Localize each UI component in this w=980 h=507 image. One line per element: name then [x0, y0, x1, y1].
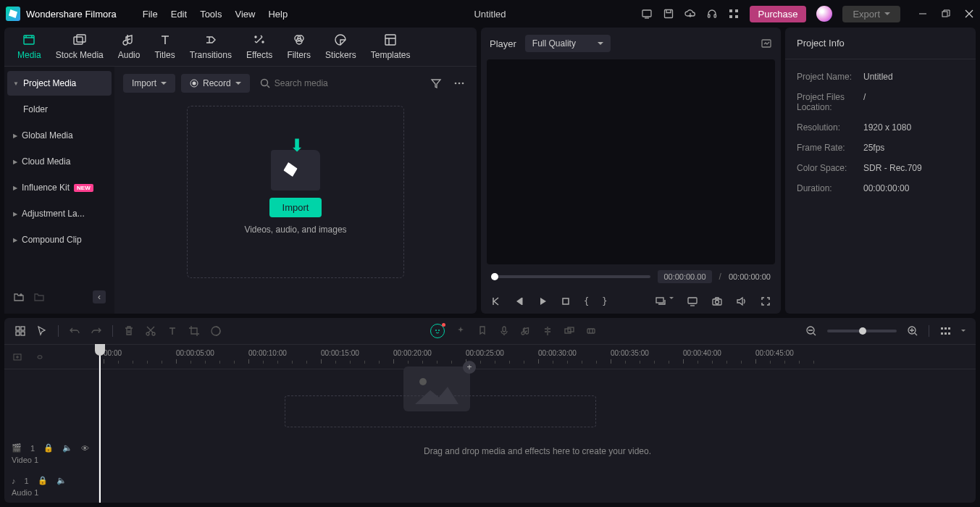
device-icon[interactable]	[641, 8, 653, 20]
close-icon[interactable]	[964, 9, 974, 19]
export-button[interactable]: Export	[842, 6, 900, 22]
marker-icon[interactable]	[477, 325, 488, 337]
timeline-drop-zone[interactable]	[285, 395, 596, 427]
import-button[interactable]: Import	[269, 198, 322, 217]
tab-titles[interactable]: Titles	[148, 30, 180, 66]
new-folder-icon[interactable]	[33, 291, 45, 303]
play-icon[interactable]	[537, 296, 548, 306]
stop-icon[interactable]	[561, 296, 571, 306]
snapshot-settings-icon[interactable]	[761, 38, 772, 49]
add-media-icon[interactable]: +	[463, 361, 476, 374]
align-icon[interactable]	[542, 325, 553, 337]
seek-thumb[interactable]	[491, 273, 498, 280]
playhead[interactable]	[99, 345, 101, 503]
zoom-out-icon[interactable]	[805, 325, 817, 337]
link-icon[interactable]	[33, 351, 45, 363]
layout-icon[interactable]	[14, 325, 26, 337]
info-value: 1920 x 1080	[863, 122, 911, 133]
minimize-icon[interactable]	[918, 9, 928, 19]
color-icon[interactable]	[210, 325, 222, 337]
video-track-header[interactable]: 🎬1 🔒 🔈 👁 Video 1	[4, 437, 99, 470]
purchase-button[interactable]: Purchase	[750, 6, 807, 22]
tab-transitions[interactable]: Transitions	[184, 30, 238, 66]
zoom-in-icon[interactable]	[907, 325, 918, 337]
cursor-icon[interactable]	[36, 325, 48, 337]
add-folder-icon[interactable]	[13, 291, 25, 303]
mic-icon[interactable]	[498, 325, 510, 337]
keyframe-icon[interactable]	[585, 325, 597, 337]
display-icon[interactable]	[687, 296, 698, 306]
tab-filters[interactable]: Filters	[281, 30, 317, 66]
tab-stock-media[interactable]: Stock Media	[50, 30, 109, 66]
sidebar-cloud-media[interactable]: ▶Cloud Media	[7, 149, 112, 174]
sidebar-global-media[interactable]: ▶Global Media	[7, 123, 112, 148]
tab-effects[interactable]: Effects	[240, 30, 278, 66]
menu-view[interactable]: View	[235, 9, 255, 20]
save-icon[interactable]	[663, 8, 674, 20]
search-input[interactable]	[275, 78, 417, 88]
import-drop-zone[interactable]: ⬇ Import Videos, audio, and images	[187, 106, 404, 278]
tab-templates[interactable]: Templates	[365, 30, 416, 66]
sidebar-adjustment-layer[interactable]: ▶Adjustment La...	[7, 201, 112, 226]
sparkle-icon[interactable]	[455, 325, 466, 337]
tab-audio[interactable]: Audio	[112, 30, 146, 66]
lock-icon[interactable]: 🔒	[43, 443, 54, 453]
mark-out-icon[interactable]: }	[602, 296, 607, 306]
collapse-sidebar-icon[interactable]: ‹	[93, 290, 106, 303]
add-track-icon[interactable]	[12, 351, 23, 363]
tab-stickers[interactable]: Stickers	[319, 30, 362, 66]
menu-edit[interactable]: Edit	[171, 9, 187, 20]
search-box[interactable]	[256, 74, 422, 93]
audio-track-header[interactable]: ♪1 🔒 🔈 Audio 1	[4, 470, 99, 503]
lock-icon[interactable]: 🔒	[38, 476, 48, 485]
visibility-icon[interactable]: 👁	[81, 444, 89, 453]
mute-icon[interactable]: 🔈	[62, 443, 72, 453]
quality-select[interactable]: Full Quality	[525, 35, 611, 52]
menu-tools[interactable]: Tools	[200, 9, 222, 20]
apps-icon[interactable]	[728, 8, 740, 20]
menu-file[interactable]: File	[143, 9, 158, 20]
music-icon[interactable]	[520, 325, 532, 337]
chevron-right-icon: ▶	[13, 237, 17, 243]
mute-icon[interactable]: 🔈	[56, 476, 67, 485]
timeline-ruler[interactable]: 00:0000:00:05:0000:00:10:0000:00:15:0000…	[99, 345, 976, 369]
text-icon[interactable]	[167, 325, 178, 337]
delete-icon[interactable]	[123, 325, 135, 337]
import-dropdown[interactable]: Import	[123, 74, 175, 93]
zoom-slider[interactable]	[827, 330, 897, 332]
volume-icon[interactable]	[736, 296, 747, 306]
svg-rect-11	[77, 35, 85, 42]
player-canvas[interactable]	[487, 59, 775, 264]
headphones-icon[interactable]	[706, 8, 718, 20]
record-dropdown[interactable]: Record	[181, 74, 250, 93]
sidebar-influence-kit[interactable]: ▶Influence KitNEW	[7, 175, 112, 200]
group-icon[interactable]	[564, 325, 575, 337]
cut-icon[interactable]	[145, 325, 156, 337]
zoom-thumb[interactable]	[859, 327, 866, 335]
sidebar-folder[interactable]: Folder	[7, 97, 112, 122]
prev-frame-icon[interactable]	[491, 296, 501, 306]
timeline-canvas[interactable]: 00:0000:00:05:0000:00:10:0000:00:15:0000…	[99, 345, 976, 503]
camera-icon[interactable]	[711, 296, 723, 306]
user-avatar[interactable]	[816, 6, 832, 22]
filter-icon[interactable]	[427, 75, 445, 92]
ai-icon[interactable]	[430, 324, 445, 338]
maximize-icon[interactable]	[941, 9, 951, 19]
tab-media[interactable]: Media	[12, 30, 47, 66]
info-value: SDR - Rec.709	[863, 163, 922, 173]
play-backward-icon[interactable]	[514, 296, 524, 306]
mark-in-icon[interactable]: {	[584, 296, 589, 306]
track-view-icon[interactable]	[939, 325, 951, 337]
player-seek-track[interactable]	[491, 275, 650, 278]
fullscreen-icon[interactable]	[761, 296, 771, 306]
sidebar-compound-clip[interactable]: ▶Compound Clip	[7, 227, 112, 252]
undo-icon[interactable]	[69, 325, 80, 337]
cloud-icon[interactable]	[684, 8, 696, 20]
menu-help[interactable]: Help	[268, 9, 288, 20]
redo-icon[interactable]	[91, 325, 102, 337]
aspect-icon[interactable]	[656, 296, 674, 306]
more-icon[interactable]	[451, 75, 468, 92]
svg-point-36	[152, 332, 155, 335]
crop-icon[interactable]	[188, 325, 200, 337]
sidebar-project-media[interactable]: ▼Project Media	[7, 71, 112, 96]
